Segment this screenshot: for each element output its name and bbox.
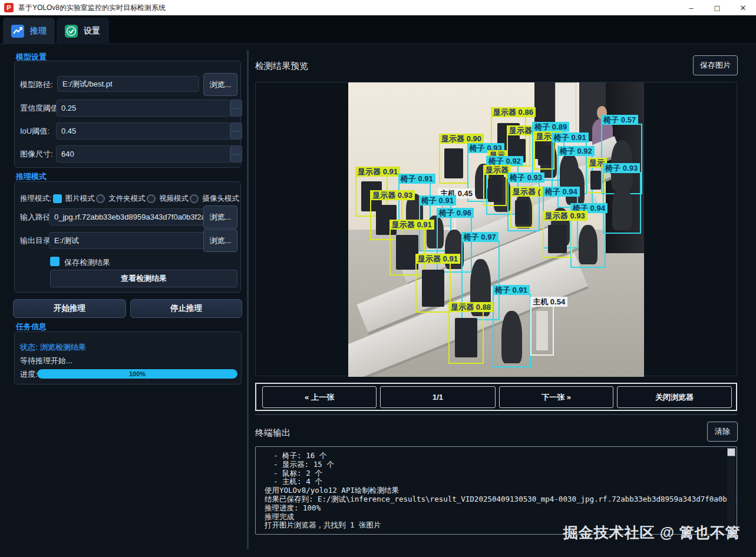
check-circle-icon — [65, 25, 78, 38]
detection-label: 椅子 0.93 — [507, 173, 544, 183]
detection-box-monitor: 显示器 0.93 — [543, 220, 572, 258]
output-browse-button[interactable]: 浏览... — [203, 229, 237, 252]
input-path-input[interactable]: 0_jpg.rf.72abb33eb3d8959a343d7f0a0b3f2ab… — [49, 208, 214, 226]
minimize-icon[interactable]: – — [678, 0, 704, 15]
terminal-line: - 椅子: 16 个 — [265, 452, 721, 460]
radio-unchecked-icon — [190, 194, 199, 203]
confidence-stepper[interactable] — [230, 100, 242, 117]
start-inference-button[interactable]: 开始推理 — [13, 299, 126, 318]
detection-label: 显示器 0.90 — [439, 134, 484, 144]
image-size-input[interactable]: 640 — [56, 145, 230, 163]
confidence-label: 置信度阈值: — [20, 103, 61, 114]
detection-label: 椅子 0.57 — [601, 115, 638, 125]
detection-label: 显示器 — [483, 165, 511, 175]
monitor-silhouette — [444, 148, 463, 179]
detection-label: 显示器 0.91 — [355, 167, 400, 177]
monitor-silhouette — [590, 171, 601, 190]
spin-up-icon[interactable] — [230, 100, 242, 108]
prev-image-button[interactable]: « 上一张 — [262, 386, 377, 408]
detection-box-monitor: 显示器 0.90 — [439, 142, 468, 184]
panel-splitter[interactable] — [247, 50, 249, 549]
monitor-silhouette — [548, 225, 566, 253]
clear-terminal-button[interactable]: 清除 — [707, 422, 738, 442]
monitor-silhouette — [422, 270, 444, 307]
detection-label: 椅子 0.94 — [543, 187, 580, 197]
model-path-label: 模型路径: — [20, 79, 53, 90]
spin-down-icon[interactable] — [230, 131, 242, 140]
mode-options-row: 推理模式: 图片模式 文件夹模式 视频模式 摄像头模式 — [20, 194, 239, 204]
mode-row-label: 推理模式: — [20, 194, 51, 204]
confidence-input[interactable]: 0.25 — [56, 100, 230, 117]
detection-label: 显示器 0.93 — [543, 211, 587, 221]
detection-box-chair: 椅子 0.93 — [603, 172, 641, 234]
detection-label: 椅子 0.97 — [461, 232, 499, 242]
chair-silhouette — [501, 311, 521, 364]
detection-box-monitor: 显示器 — [483, 174, 507, 206]
detection-label: 椅子 0.91 — [552, 132, 589, 142]
radio-image-mode[interactable]: 图片模式 — [53, 194, 95, 204]
tab-settings[interactable]: 设置 — [57, 18, 109, 44]
detection-label: 显示器 0.91 — [415, 254, 460, 264]
terminal-heading: 终端输出 — [255, 427, 290, 439]
detection-box-monitor: 显示 — [587, 167, 605, 193]
radio-image-mode-label: 图片模式 — [65, 194, 95, 204]
monitor-silhouette — [455, 318, 477, 357]
save-results-checkbox[interactable] — [50, 257, 60, 266]
title-bar: P 基于YOLOv8的实验室监控的实时目标检测系统 – ◻ ✕ — [0, 0, 756, 15]
monitor-silhouette — [538, 145, 550, 166]
detection-label: 椅子 0.96 — [437, 208, 474, 218]
model-path-input[interactable]: E:/测试/best.pt — [57, 76, 199, 92]
spin-down-icon[interactable] — [230, 108, 242, 117]
radio-folder-mode[interactable]: 文件夹模式 — [96, 194, 146, 204]
preview-heading: 检测结果预览 — [255, 61, 308, 72]
monitor-silhouette — [515, 200, 530, 224]
close-icon[interactable]: ✕ — [730, 0, 756, 15]
detection-box-monitor: 显示器 ( — [510, 195, 534, 228]
progress-fill: 100% — [37, 369, 237, 379]
chart-line-icon — [11, 25, 24, 38]
terminal-line: 结果已保存到: E:/测试\inference_results\result_V… — [265, 495, 721, 504]
iou-label: IoU阈值: — [20, 126, 49, 137]
next-image-button[interactable]: 下一张 » — [499, 386, 613, 408]
detection-label: 椅子 0.91 — [493, 285, 530, 295]
terminal-scrollbar[interactable] — [727, 448, 735, 533]
app-logo-icon: P — [4, 3, 14, 12]
detection-box-host: 主机 0.54 — [530, 306, 554, 356]
terminal-line: 推理进度: 100% — [265, 504, 721, 513]
iou-input[interactable]: 0.45 — [56, 122, 230, 140]
spin-up-icon[interactable] — [230, 145, 242, 154]
section-divider — [255, 414, 737, 415]
output-dir-input[interactable]: E:/测试 — [49, 232, 214, 249]
detection-box-chair: 椅子 0.91 — [493, 294, 531, 367]
radio-video-mode[interactable]: 视频模式 — [147, 194, 189, 204]
model-settings-group: 模型路径: E:/测试/best.pt 浏览... 置信度阈值: 0.25 Io… — [14, 61, 241, 168]
image-size-stepper[interactable] — [230, 145, 242, 163]
task-info-group: 状态: 浏览检测结果 等待推理开始... 进度: 100% — [14, 331, 242, 384]
app-window: P 基于YOLOv8的实验室监控的实时目标检测系统 – ◻ ✕ 推理 设置 — [0, 0, 756, 557]
image-counter: 1/1 — [380, 386, 496, 408]
model-browse-button[interactable]: 浏览... — [203, 73, 237, 96]
save-image-button[interactable]: 保存图片 — [693, 55, 738, 75]
detection-box-monitor: 显示器 0.88 — [448, 311, 484, 364]
iou-stepper[interactable] — [230, 122, 242, 140]
image-size-label: 图像尺寸: — [20, 149, 53, 160]
close-browser-button[interactable]: 关闭浏览器 — [617, 386, 732, 408]
radio-camera-mode[interactable]: 摄像头模式 — [190, 194, 239, 204]
stop-inference-button[interactable]: 停止推理 — [130, 299, 242, 318]
spin-down-icon[interactable] — [230, 154, 242, 163]
chair-silhouette — [579, 225, 597, 264]
radio-camera-mode-label: 摄像头模式 — [202, 194, 239, 204]
radio-folder-mode-label: 文件夹模式 — [108, 194, 146, 204]
input-browse-button[interactable]: 浏览... — [203, 205, 237, 228]
terminal-output[interactable]: - 椅子: 16 个 - 显示器: 15 个 - 鼠标: 2 个 - 主机: 4… — [255, 446, 737, 535]
scrollbar-thumb[interactable] — [727, 448, 735, 456]
task-info-heading: 任务信息 — [16, 321, 47, 332]
tab-inference[interactable]: 推理 — [3, 18, 55, 44]
host-silhouette — [536, 310, 549, 350]
view-results-button[interactable]: 查看检测结果 — [50, 270, 237, 287]
detection-box-monitor: 显示器 0.91 — [415, 263, 451, 313]
detection-result-image: 显示器 0.86椅子 0.57显示器椅子 0.89显示器椅子 0.91显示器 0… — [348, 82, 644, 377]
save-results-label: 保存检测结果 — [64, 257, 110, 268]
maximize-icon[interactable]: ◻ — [704, 0, 730, 15]
spin-up-icon[interactable] — [230, 122, 242, 131]
